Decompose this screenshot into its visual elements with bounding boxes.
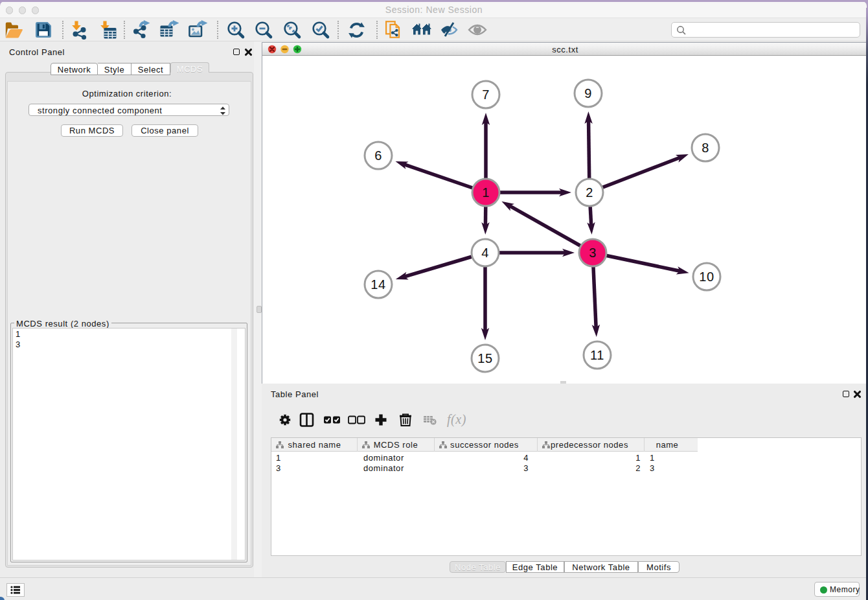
- svg-text:11: 11: [590, 348, 604, 362]
- svg-text:3: 3: [589, 246, 597, 260]
- svg-text:2: 2: [586, 185, 593, 200]
- svg-text:9: 9: [584, 86, 592, 100]
- svg-text:7: 7: [482, 87, 490, 102]
- svg-text:6: 6: [374, 148, 382, 163]
- svg-text:14: 14: [371, 277, 385, 292]
- svg-text:f(x): f(x): [447, 413, 466, 427]
- svg-text:8: 8: [702, 141, 709, 155]
- svg-text:15: 15: [477, 351, 492, 365]
- svg-text:10: 10: [699, 270, 714, 284]
- svg-text:4: 4: [481, 246, 489, 260]
- svg-text:1: 1: [482, 185, 490, 200]
